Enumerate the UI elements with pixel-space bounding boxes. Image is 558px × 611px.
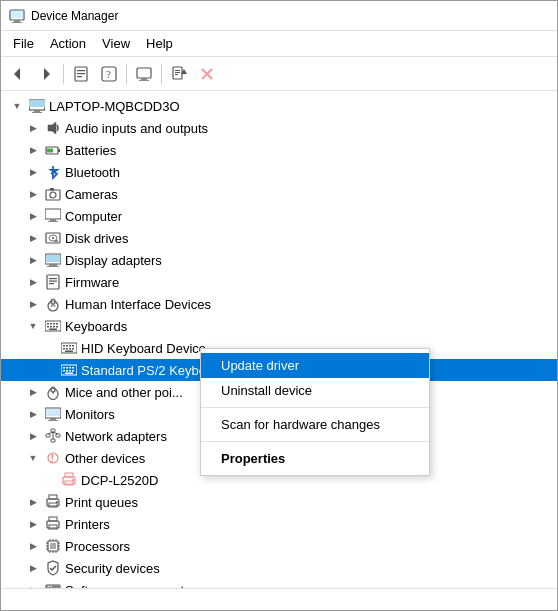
menu-view[interactable]: View [94, 34, 138, 53]
ps2-arrow [41, 362, 57, 378]
svg-marker-5 [44, 68, 50, 80]
menu-help[interactable]: Help [138, 34, 181, 53]
tree-item-security[interactable]: Security devices [1, 557, 557, 579]
disk-drives-icon [45, 230, 61, 246]
svg-text:?: ? [106, 68, 111, 80]
tree-item-processors[interactable]: Processors [1, 535, 557, 557]
svg-rect-34 [50, 219, 56, 221]
tree-item-cameras[interactable]: Cameras [1, 183, 557, 205]
window-title: Device Manager [31, 9, 118, 23]
svg-marker-4 [14, 68, 20, 80]
ctx-properties[interactable]: Properties [201, 446, 429, 471]
tree-item-display-adapters[interactable]: Display adapters [1, 249, 557, 271]
svg-rect-64 [63, 345, 65, 347]
svg-point-102 [72, 479, 74, 481]
toolbar-properties[interactable] [68, 61, 94, 87]
tree-item-printers[interactable]: Printers [1, 513, 557, 535]
hid-arrow [25, 296, 41, 312]
svg-rect-28 [58, 149, 60, 152]
cameras-label: Cameras [65, 187, 118, 202]
status-bar [1, 588, 557, 610]
svg-point-31 [50, 192, 56, 198]
ctx-uninstall-device[interactable]: Uninstall device [201, 378, 429, 403]
network-icon [45, 428, 61, 444]
svg-rect-7 [77, 70, 85, 71]
dcp-label: DCP-L2520D [81, 473, 158, 488]
svg-rect-32 [50, 188, 54, 191]
toolbar-forward[interactable] [33, 61, 59, 87]
device-manager-window: Device Manager File Action View Help [0, 0, 558, 611]
cameras-icon [45, 186, 61, 202]
tree-item-audio[interactable]: Audio inputs and outputs [1, 117, 557, 139]
toolbar-delete[interactable] [194, 61, 220, 87]
batteries-arrow [25, 142, 41, 158]
svg-rect-67 [72, 345, 74, 347]
svg-point-126 [48, 586, 50, 588]
ctx-scan-hardware[interactable]: Scan for hardware changes [201, 412, 429, 437]
toolbar-sep-1 [63, 64, 64, 84]
toolbar-back[interactable] [5, 61, 31, 87]
toolbar-help[interactable]: ? [96, 61, 122, 87]
hid-icon [45, 296, 61, 312]
svg-rect-25 [29, 100, 45, 107]
svg-rect-46 [49, 281, 57, 282]
toolbar-sep-2 [126, 64, 127, 84]
svg-rect-17 [175, 70, 180, 71]
svg-rect-29 [47, 149, 53, 153]
dcp-arrow [41, 472, 57, 488]
tree-item-software[interactable]: Software components [1, 579, 557, 588]
audio-icon [45, 120, 61, 136]
svg-rect-80 [69, 370, 71, 372]
svg-rect-88 [48, 420, 58, 421]
tree-root[interactable]: LAPTOP-MQBCDD3O [1, 95, 557, 117]
monitors-icon [45, 406, 61, 422]
device-tree[interactable]: LAPTOP-MQBCDD3O Audio inputs and outputs [1, 91, 557, 588]
menu-action[interactable]: Action [42, 34, 94, 53]
print-queues-arrow [25, 494, 41, 510]
tree-item-keyboards[interactable]: Keyboards [1, 315, 557, 337]
svg-point-127 [50, 586, 52, 588]
display-adapters-arrow [25, 252, 41, 268]
hid-label: Human Interface Devices [65, 297, 211, 312]
network-label: Network adapters [65, 429, 167, 444]
svg-rect-89 [46, 409, 60, 416]
bluetooth-arrow [25, 164, 41, 180]
tree-item-bluetooth[interactable]: Bluetooth [1, 161, 557, 183]
title-bar: Device Manager [1, 1, 557, 31]
root-icon [29, 98, 45, 114]
toolbar-display[interactable] [131, 61, 157, 87]
tree-item-print-queues[interactable]: Print queues [1, 491, 557, 513]
tree-item-hid[interactable]: Human Interface Devices [1, 293, 557, 315]
software-icon [45, 582, 61, 588]
svg-rect-61 [56, 326, 58, 328]
svg-rect-39 [54, 240, 58, 242]
context-menu: Update driver Uninstall device Scan for … [200, 348, 430, 476]
network-arrow [25, 428, 41, 444]
tree-item-disk-drives[interactable]: Disk drives [1, 227, 557, 249]
svg-rect-8 [77, 73, 85, 74]
svg-rect-13 [141, 78, 147, 80]
svg-rect-3 [10, 10, 24, 18]
menu-file[interactable]: File [5, 34, 42, 53]
security-icon [45, 560, 61, 576]
toolbar-update-driver[interactable] [166, 61, 192, 87]
tree-item-batteries[interactable]: Batteries [1, 139, 557, 161]
keyboards-icon [45, 318, 61, 334]
svg-line-94 [48, 432, 53, 434]
svg-rect-87 [50, 418, 56, 420]
batteries-icon [45, 142, 61, 158]
monitors-label: Monitors [65, 407, 115, 422]
disk-drives-label: Disk drives [65, 231, 129, 246]
svg-rect-54 [47, 323, 49, 325]
svg-rect-43 [46, 255, 60, 262]
svg-point-51 [51, 305, 53, 307]
svg-rect-44 [47, 275, 59, 289]
ctx-update-driver[interactable]: Update driver [201, 353, 429, 378]
svg-marker-26 [48, 122, 56, 134]
display-adapters-icon [45, 252, 61, 268]
app-icon [9, 8, 25, 24]
other-devices-icon: ! [45, 450, 61, 466]
tree-item-firmware[interactable]: Firmware [1, 271, 557, 293]
tree-item-computer[interactable]: Computer [1, 205, 557, 227]
software-arrow [25, 582, 41, 588]
